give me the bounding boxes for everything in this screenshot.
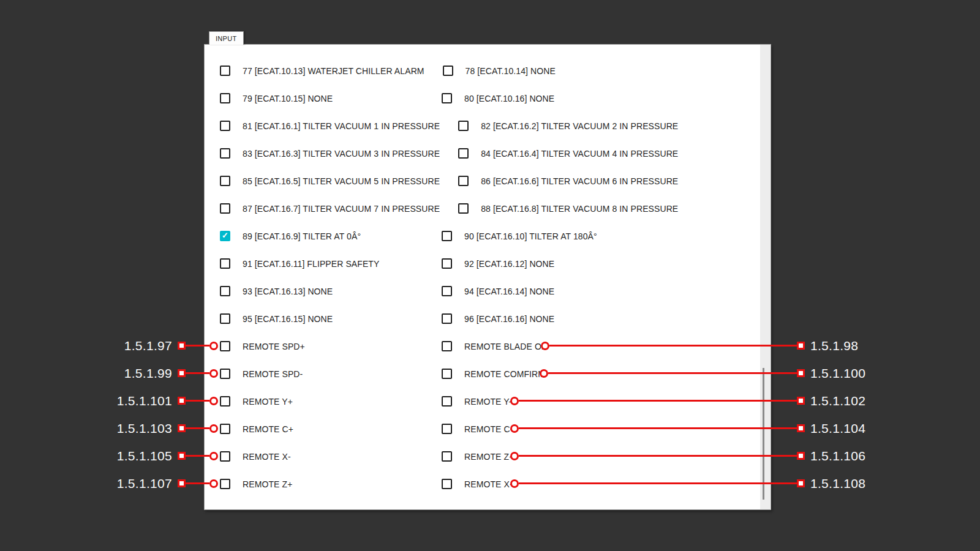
checkbox-label: REMOTE COMFIRM (464, 369, 545, 379)
checkbox-79[interactable] (220, 93, 230, 103)
checkbox-78[interactable] (443, 66, 453, 76)
tab-input[interactable]: INPUT (209, 31, 244, 45)
input-row: 79 [ECAT.10.15] NONE 80 [ECAT.10.16] NON… (220, 84, 760, 112)
checkbox-label: 88 [ECAT.16.8] TILTER VACUUM 8 IN PRESSU… (481, 204, 678, 214)
annotation-left-row: 1.5.1.107 (0, 470, 218, 497)
checkbox-label: 94 [ECAT.16.14] NONE (464, 287, 554, 296)
checkbox-93[interactable] (220, 286, 230, 296)
checkbox-label: REMOTE Z- (464, 452, 512, 462)
checkbox-remote-x-minus[interactable] (220, 451, 230, 462)
checkbox-remote-z-plus[interactable] (220, 479, 230, 489)
checkbox-remote-x-plus[interactable] (442, 479, 452, 489)
input-row: 85 [ECAT.16.5] TILTER VACUUM 5 IN PRESSU… (220, 167, 760, 195)
annotation-right-row: 1.5.1.98 (541, 332, 858, 359)
pin-square-icon (797, 452, 805, 460)
pin-line (519, 482, 797, 484)
checkbox-label: REMOTE SPD- (243, 369, 303, 379)
pin-line (186, 345, 209, 347)
annotation-label: 1.5.1.107 (117, 476, 172, 491)
annotation-left-row: 1.5.1.103 (0, 414, 218, 442)
checkbox-remote-y-minus[interactable] (442, 396, 452, 407)
pin-square-icon (178, 369, 186, 377)
checkbox-label: 87 [ECAT.16.7] TILTER VACUUM 7 IN PRESSU… (243, 204, 440, 214)
input-row: 91 [ECAT.16.11] FLIPPER SAFETY 92 [ECAT.… (220, 250, 760, 277)
checkbox-remote-y-plus[interactable] (220, 396, 230, 407)
annotation-right-row: 1.5.1.104 (510, 414, 865, 442)
annotation-label: 1.5.1.97 (124, 339, 172, 353)
pin-circle-icon (541, 342, 549, 350)
checkbox-label: 96 [ECAT.16.16] NONE (464, 314, 554, 324)
checkbox-label: 89 [ECAT.16.9] TILTER AT 0Â° (243, 231, 361, 241)
checkbox-89[interactable] (220, 231, 230, 241)
checkbox-91[interactable] (220, 258, 230, 269)
checkbox-remote-blade-on[interactable] (442, 341, 452, 351)
checkbox-label: REMOTE BLADE ON (464, 342, 548, 351)
checkbox-86[interactable] (458, 176, 469, 186)
annotation-right-row: 1.5.1.108 (510, 470, 865, 497)
checkbox-remote-spd-plus[interactable] (220, 341, 230, 351)
pin-circle-icon (540, 369, 548, 378)
checkbox-remote-comfirm[interactable] (442, 369, 452, 379)
pin-line (519, 400, 797, 402)
annotation-left-row: 1.5.1.99 (0, 359, 218, 387)
pin-circle-icon (209, 342, 218, 350)
checkbox-label: 79 [ECAT.10.15] NONE (243, 94, 333, 103)
input-row: 83 [ECAT.16.3] TILTER VACUUM 3 IN PRESSU… (220, 140, 760, 167)
checkbox-label: REMOTE C+ (243, 424, 293, 434)
checkbox-label: 84 [ECAT.16.4] TILTER VACUUM 4 IN PRESSU… (481, 149, 678, 159)
annotation-label: 1.5.1.106 (810, 449, 865, 463)
checkbox-81[interactable] (220, 121, 230, 131)
checkbox-80[interactable] (442, 93, 452, 103)
checkbox-88[interactable] (458, 203, 469, 214)
input-row: 77 [ECAT.10.13] WATERJET CHILLER ALARM 7… (220, 57, 760, 84)
annotation-left-row: 1.5.1.101 (0, 387, 218, 414)
checkbox-92[interactable] (442, 258, 452, 269)
checkbox-label: 80 [ECAT.10.16] NONE (464, 94, 554, 103)
checkbox-remote-c-minus[interactable] (442, 424, 452, 434)
annotation-right-row: 1.5.1.106 (510, 442, 865, 470)
pin-square-icon (797, 479, 805, 487)
checkbox-90[interactable] (442, 231, 452, 241)
input-row: 81 [ECAT.16.1] TILTER VACUUM 1 IN PRESSU… (220, 112, 760, 140)
annotation-label: 1.5.1.103 (117, 421, 172, 436)
checkbox-87[interactable] (220, 203, 230, 214)
checkbox-label: REMOTE X- (243, 452, 291, 462)
annotation-label: 1.5.1.108 (810, 476, 865, 491)
checkbox-84[interactable] (458, 148, 469, 159)
pin-square-icon (178, 424, 186, 432)
checkbox-83[interactable] (220, 148, 230, 159)
pin-circle-icon (510, 479, 519, 488)
checkbox-label: 85 [ECAT.16.5] TILTER VACUUM 5 IN PRESSU… (243, 176, 440, 186)
pin-square-icon (178, 342, 186, 350)
annotation-left-row: 1.5.1.97 (0, 332, 218, 359)
checkbox-label: 78 [ECAT.10.14] NONE (466, 66, 556, 76)
checkbox-96[interactable] (442, 313, 452, 324)
checkbox-label: 77 [ECAT.10.13] WATERJET CHILLER ALARM (243, 66, 424, 76)
pin-circle-icon (209, 479, 218, 488)
checkbox-label: REMOTE C- (464, 424, 513, 434)
checkbox-94[interactable] (442, 286, 452, 296)
annotation-right-row: 1.5.1.102 (510, 387, 865, 414)
checkbox-label: REMOTE Z+ (243, 479, 292, 489)
pin-line (186, 400, 209, 402)
annotation-label: 1.5.1.99 (124, 366, 172, 381)
annotation-label: 1.5.1.105 (117, 449, 172, 463)
pin-square-icon (797, 424, 805, 432)
checkbox-remote-z-minus[interactable] (442, 451, 452, 462)
checkbox-remote-spd-minus[interactable] (220, 369, 230, 379)
annotation-label: 1.5.1.100 (810, 366, 865, 381)
checkbox-label: 92 [ECAT.16.12] NONE (464, 259, 554, 269)
checkbox-remote-c-plus[interactable] (220, 424, 230, 434)
pin-square-icon (178, 397, 186, 405)
checkbox-label: 90 [ECAT.16.10] TILTER AT 180Â° (464, 231, 597, 241)
checkbox-82[interactable] (458, 121, 469, 131)
checkbox-95[interactable] (220, 313, 230, 324)
pin-circle-icon (510, 397, 519, 405)
pin-circle-icon (209, 369, 218, 378)
tab-input-label: INPUT (216, 35, 237, 42)
checkbox-label: 82 [ECAT.16.2] TILTER VACUUM 2 IN PRESSU… (481, 121, 678, 131)
checkbox-77[interactable] (220, 66, 230, 76)
input-row: 87 [ECAT.16.7] TILTER VACUUM 7 IN PRESSU… (220, 195, 760, 222)
checkbox-85[interactable] (220, 176, 230, 186)
input-row: 93 [ECAT.16.13] NONE 94 [ECAT.16.14] NON… (220, 277, 760, 305)
